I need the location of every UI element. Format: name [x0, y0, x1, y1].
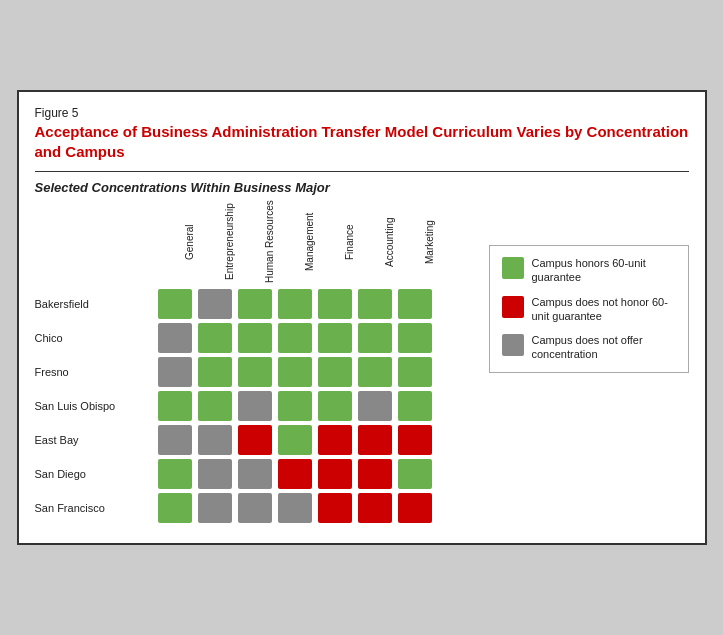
campus-label: San Diego	[35, 468, 155, 480]
table-row: East Bay	[35, 425, 473, 455]
grid-section: GeneralEntrepreneurshipHuman ResourcesMa…	[35, 195, 473, 527]
column-headers: GeneralEntrepreneurshipHuman ResourcesMa…	[155, 195, 473, 285]
legend-item-1: Campus does not honor 60-unit guarantee	[502, 295, 676, 324]
col-header-4: Finance	[315, 195, 355, 285]
cell-0-5	[358, 289, 392, 319]
cell-0-3	[278, 289, 312, 319]
cell-3-3	[278, 391, 312, 421]
legend-item-0: Campus honors 60-unit guarantee	[502, 256, 676, 285]
cell-2-6	[398, 357, 432, 387]
cell-5-2	[238, 459, 272, 489]
legend-box-gray	[502, 334, 524, 356]
cell-3-6	[398, 391, 432, 421]
cell-1-4	[318, 323, 352, 353]
cell-5-5	[358, 459, 392, 489]
cell-2-4	[318, 357, 352, 387]
cell-5-4	[318, 459, 352, 489]
cell-5-1	[198, 459, 232, 489]
cell-3-4	[318, 391, 352, 421]
table-row: Chico	[35, 323, 473, 353]
cell-1-2	[238, 323, 272, 353]
table-row: Bakersfield	[35, 289, 473, 319]
cell-5-3	[278, 459, 312, 489]
col-header-5: Accounting	[355, 195, 395, 285]
campus-label: San Francisco	[35, 502, 155, 514]
legend-text-0: Campus honors 60-unit guarantee	[532, 256, 676, 285]
cell-4-6	[398, 425, 432, 455]
cell-2-1	[198, 357, 232, 387]
legend-text-1: Campus does not honor 60-unit guarantee	[532, 295, 676, 324]
cell-3-5	[358, 391, 392, 421]
col-header-2: Human Resources	[235, 195, 275, 285]
cell-0-4	[318, 289, 352, 319]
cell-6-5	[358, 493, 392, 523]
table-area: GeneralEntrepreneurshipHuman ResourcesMa…	[35, 195, 689, 527]
cell-5-0	[158, 459, 192, 489]
cell-0-2	[238, 289, 272, 319]
cell-5-6	[398, 459, 432, 489]
legend-box-red	[502, 296, 524, 318]
table-row: San Diego	[35, 459, 473, 489]
cell-1-5	[358, 323, 392, 353]
legend-box-green	[502, 257, 524, 279]
cell-6-3	[278, 493, 312, 523]
cell-3-1	[198, 391, 232, 421]
cell-4-5	[358, 425, 392, 455]
legend-text-2: Campus does not offer concentration	[532, 333, 676, 362]
cell-2-3	[278, 357, 312, 387]
campus-label: Chico	[35, 332, 155, 344]
cell-0-1	[198, 289, 232, 319]
cell-4-1	[198, 425, 232, 455]
campus-label: East Bay	[35, 434, 155, 446]
cell-2-2	[238, 357, 272, 387]
col-header-0: General	[155, 195, 195, 285]
cell-3-2	[238, 391, 272, 421]
figure-label: Figure 5	[35, 106, 689, 120]
legend-item-2: Campus does not offer concentration	[502, 333, 676, 362]
cell-2-5	[358, 357, 392, 387]
cell-6-2	[238, 493, 272, 523]
figure-container: Figure 5 Acceptance of Business Administ…	[17, 90, 707, 545]
cell-4-0	[158, 425, 192, 455]
cell-4-4	[318, 425, 352, 455]
cell-1-0	[158, 323, 192, 353]
table-row: San Luis Obispo	[35, 391, 473, 421]
col-header-1: Entrepreneurship	[195, 195, 235, 285]
cell-0-6	[398, 289, 432, 319]
cell-0-0	[158, 289, 192, 319]
col-header-6: Marketing	[395, 195, 435, 285]
table-row: Fresno	[35, 357, 473, 387]
campus-label: Fresno	[35, 366, 155, 378]
table-row: San Francisco	[35, 493, 473, 523]
legend: Campus honors 60-unit guaranteeCampus do…	[489, 245, 689, 373]
cell-4-2	[238, 425, 272, 455]
cell-6-1	[198, 493, 232, 523]
figure-title: Acceptance of Business Administration Tr…	[35, 122, 689, 161]
cell-6-6	[398, 493, 432, 523]
col-header-3: Management	[275, 195, 315, 285]
cell-3-0	[158, 391, 192, 421]
cell-1-1	[198, 323, 232, 353]
campus-label: San Luis Obispo	[35, 400, 155, 412]
campus-label: Bakersfield	[35, 298, 155, 310]
subtitle: Selected Concentrations Within Business …	[35, 171, 689, 195]
cell-4-3	[278, 425, 312, 455]
cell-1-3	[278, 323, 312, 353]
cell-2-0	[158, 357, 192, 387]
cell-6-4	[318, 493, 352, 523]
cell-1-6	[398, 323, 432, 353]
cell-6-0	[158, 493, 192, 523]
